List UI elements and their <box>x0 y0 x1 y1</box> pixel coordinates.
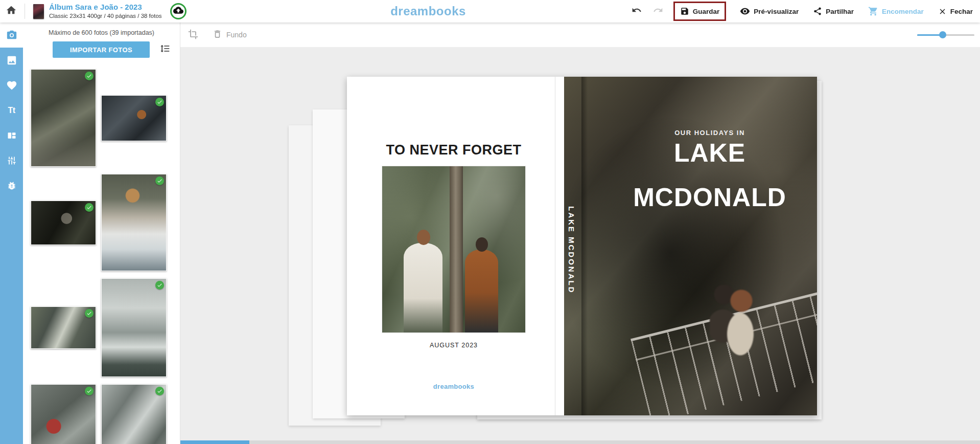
save-button[interactable]: Guardar <box>680 7 720 16</box>
front-cover[interactable]: LAKE MCDONALD OUR HOLIDAYS IN LAKE MCDON… <box>564 77 817 415</box>
photo-thumb-woman-boat[interactable] <box>101 174 167 271</box>
woman-figure-art <box>404 243 442 333</box>
redo-button[interactable] <box>651 5 665 18</box>
save-icon <box>680 7 689 16</box>
upload-status-button[interactable] <box>170 3 186 19</box>
sidebar-item-layouts[interactable] <box>0 123 23 148</box>
heart-icon <box>6 80 17 91</box>
zoom-slider-handle[interactable] <box>939 31 946 38</box>
redo-icon <box>653 5 663 17</box>
back-cover[interactable]: TO NEVER FORGET AUGUST 2023 dreambooks <box>347 77 561 415</box>
sidebar-item-text[interactable]: Tt <box>0 98 23 123</box>
share-icon <box>813 7 822 16</box>
canvas-toolbar: Fundo <box>180 23 980 47</box>
home-icon <box>6 5 17 18</box>
cloud-upload-icon <box>173 5 183 17</box>
cart-icon <box>868 6 878 16</box>
sidebar-item-favorites[interactable] <box>0 73 23 98</box>
front-cover-kicker[interactable]: OUR HOLIDAYS IN <box>602 129 817 137</box>
close-button[interactable]: Fechar <box>938 7 973 16</box>
tree-trunk-art <box>450 166 463 332</box>
sidebar-item-photos[interactable] <box>0 23 23 48</box>
cover-spread: TO NEVER FORGET AUGUST 2023 dreambooks L… <box>347 77 817 415</box>
photo-thumb-couple-bridge[interactable] <box>31 69 96 167</box>
couple-figures-art <box>710 285 761 364</box>
editor-canvas: Fundo TO NEVER FORGET AUGUST 2023 dreamb… <box>180 23 980 444</box>
undo-icon <box>632 5 642 17</box>
app-logo: dreambooks <box>390 4 466 18</box>
sidebar-item-adjustments[interactable] <box>0 148 23 173</box>
photo-thumb-man-rocks[interactable] <box>101 95 167 141</box>
check-badge-icon <box>155 176 164 185</box>
trash-icon <box>213 29 222 40</box>
eye-icon <box>740 6 750 16</box>
zoom-slider[interactable] <box>917 31 974 38</box>
tool-sidebar: Tt <box>0 23 23 444</box>
back-cover-brand: dreambooks <box>347 383 561 390</box>
preview-label: Pré-visualizar <box>754 8 799 15</box>
spine-shadow <box>581 77 588 415</box>
photo-panel: Máximo de 600 fotos (39 importadas) IMPO… <box>23 23 180 444</box>
layouts-icon <box>7 130 17 141</box>
close-label: Fechar <box>950 8 973 15</box>
check-badge-icon <box>85 72 94 80</box>
topbar: Álbum Sara e João - 2023 Classic 23x31 4… <box>0 0 980 23</box>
home-button[interactable] <box>0 0 22 23</box>
photo-thumb-kayak-lake[interactable] <box>31 306 96 349</box>
close-icon <box>938 7 947 16</box>
photo-limit-text: Máximo de 600 fotos (39 importadas) <box>23 29 180 36</box>
spine-title[interactable]: LAKE MCDONALD <box>567 206 576 294</box>
crop-button[interactable] <box>188 29 198 41</box>
photo-thumb-dark-walk[interactable] <box>31 201 96 245</box>
man-figure-art <box>465 250 498 333</box>
sidebar-item-backgrounds[interactable] <box>0 48 23 73</box>
album-cover-thumbnail[interactable] <box>33 4 44 19</box>
share-label: Partilhar <box>826 8 854 15</box>
divider <box>25 4 25 19</box>
save-button-wrapper: Guardar <box>674 2 726 20</box>
delete-background-button[interactable]: Fundo <box>213 29 247 40</box>
back-cover-photo[interactable] <box>382 166 526 333</box>
image-icon <box>6 55 17 66</box>
order-label: Encomendar <box>882 8 924 15</box>
front-cover-title-line2[interactable]: MCDONALD <box>602 183 817 212</box>
cover-fold-line <box>555 77 555 415</box>
photo-thumb-marble-cliff[interactable] <box>101 278 167 377</box>
horizontal-scrollbar[interactable] <box>180 440 980 444</box>
photo-thumb-marble-kayakers[interactable] <box>101 384 167 444</box>
crop-icon <box>188 29 198 41</box>
check-badge-icon <box>85 203 94 212</box>
album-subtitle: Classic 23x31 400gr / 40 páginas / 38 fo… <box>49 12 162 19</box>
sidebar-item-bug-report[interactable] <box>0 173 23 198</box>
photo-thumbnail-list <box>31 69 180 444</box>
bug-icon <box>7 181 17 191</box>
album-title[interactable]: Álbum Sara e João - 2023 <box>49 3 162 12</box>
preview-button[interactable]: Pré-visualizar <box>740 6 799 16</box>
back-cover-date[interactable]: AUGUST 2023 <box>347 342 561 349</box>
adjustments-icon <box>7 156 17 166</box>
sort-photos-button[interactable] <box>159 43 171 56</box>
front-cover-title-line1[interactable]: LAKE <box>602 138 817 168</box>
photo-thumb-couple-red[interactable] <box>31 384 96 444</box>
import-photos-button[interactable]: IMPORTAR FOTOS <box>53 41 150 58</box>
sort-icon <box>160 43 170 56</box>
share-button[interactable]: Partilhar <box>813 7 854 16</box>
text-icon: Tt <box>8 106 15 115</box>
check-badge-icon <box>155 98 164 106</box>
horizontal-scrollbar-thumb[interactable] <box>180 440 249 444</box>
check-badge-icon <box>155 387 164 395</box>
background-label: Fundo <box>226 31 247 39</box>
camera-icon <box>6 30 17 41</box>
save-label: Guardar <box>693 8 720 15</box>
check-badge-icon <box>85 309 94 318</box>
check-badge-icon <box>85 387 94 395</box>
order-button[interactable]: Encomendar <box>868 6 924 16</box>
undo-button[interactable] <box>630 5 643 18</box>
back-cover-title[interactable]: TO NEVER FORGET <box>347 142 561 158</box>
check-badge-icon <box>155 281 164 290</box>
